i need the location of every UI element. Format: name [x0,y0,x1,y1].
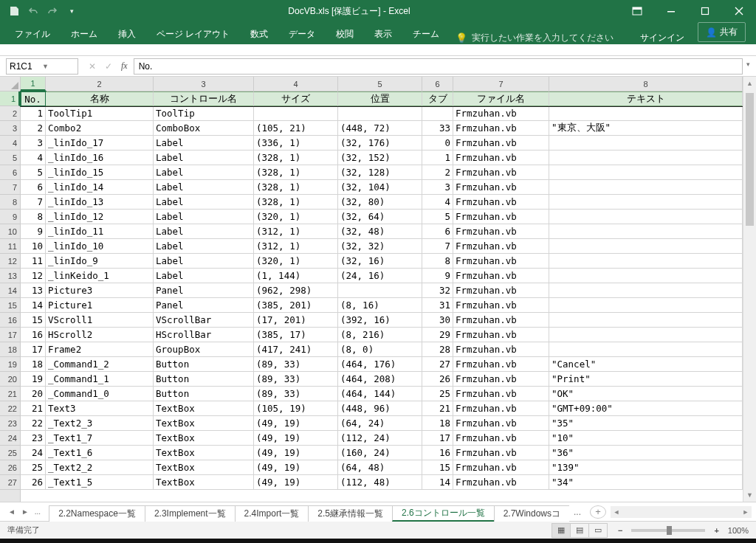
horizontal-scrollbar[interactable]: ◄ ► [611,506,752,518]
cell[interactable]: 22 [21,416,46,431]
cell[interactable]: Frmzuhan.vb [453,239,549,254]
cell[interactable]: (312, 1) [254,224,338,239]
cell[interactable]: Frmzuhan.vb [453,357,549,372]
cell[interactable]: (417, 241) [254,342,338,357]
cell[interactable] [549,136,743,151]
cell[interactable] [549,165,743,180]
cell[interactable]: (32, 128) [338,165,422,180]
cell[interactable]: (385, 201) [254,298,338,313]
row-header[interactable]: 10 [0,224,20,239]
cell[interactable] [338,283,422,298]
cell[interactable]: 26 [21,475,46,490]
cell[interactable]: 18 [422,416,453,431]
minimize-icon[interactable] [654,0,688,22]
cell[interactable]: 28 [422,342,453,357]
cell[interactable]: Frmzuhan.vb [453,416,549,431]
cell[interactable]: VScrollBar [154,313,254,328]
cell[interactable]: Picture1 [46,298,154,313]
cell[interactable]: Frmzuhan.vb [453,431,549,446]
cell[interactable]: Frmzuhan.vb [453,269,549,283]
cell[interactable]: _linIdo_12 [46,210,154,224]
tab-insert[interactable]: 挿入 [108,24,146,44]
cell[interactable]: Button [154,372,254,387]
cell[interactable]: (328, 1) [254,180,338,195]
cell[interactable]: 30 [422,313,453,328]
cell[interactable]: 29 [422,328,453,342]
new-sheet-button[interactable]: + [590,505,606,519]
cell[interactable]: (8, 16) [338,298,422,313]
cell[interactable]: 1 [422,151,453,165]
view-normal-icon[interactable]: ▦ [551,523,571,538]
cell[interactable]: (105, 21) [254,121,338,136]
insert-function-icon[interactable]: fx [121,60,128,72]
name-box[interactable]: R1C1 ▼ [6,58,78,75]
cell[interactable]: TextBox [154,460,254,475]
cell[interactable]: (49, 19) [254,431,338,446]
cell[interactable]: Frmzuhan.vb [453,210,549,224]
cell[interactable] [549,313,743,328]
tab-review[interactable]: 校閲 [326,24,364,44]
cell[interactable]: TextBox [154,416,254,431]
redo-icon[interactable] [46,4,59,18]
cell[interactable]: (32, 152) [338,151,422,165]
zoom-out-button[interactable]: − [615,526,625,535]
cell[interactable]: Label [154,224,254,239]
table-header-cell[interactable]: テキスト [549,91,743,106]
cell[interactable] [549,254,743,269]
cell[interactable]: 10 [21,239,46,254]
save-icon[interactable] [7,4,21,18]
cell[interactable]: Label [154,195,254,210]
cell[interactable]: 26 [422,372,453,387]
row-header[interactable]: 3 [0,121,20,136]
cell[interactable]: _linIdo_9 [46,254,154,269]
cell[interactable]: 17 [422,431,453,446]
table-header-cell[interactable]: 位置 [338,91,422,106]
cell[interactable]: (64, 48) [338,460,422,475]
cell[interactable]: (32, 16) [338,254,422,269]
cell[interactable]: 8 [21,210,46,224]
share-button[interactable]: 👤 共有 [698,22,746,42]
cell[interactable]: 15 [21,313,46,328]
sheet-nav-next-icon[interactable]: ► [19,506,31,517]
table-header-cell[interactable]: No. [21,91,46,106]
tab-team[interactable]: チーム [402,24,450,44]
cell[interactable]: (448, 96) [338,401,422,416]
row-header[interactable]: 4 [0,136,20,151]
cell[interactable]: 2 [422,165,453,180]
column-header[interactable]: 7 [453,77,549,91]
cell[interactable]: 12 [21,269,46,283]
cell[interactable]: Frmzuhan.vb [453,121,549,136]
cell[interactable]: 24 [21,446,46,460]
row-header[interactable]: 21 [0,387,20,401]
cell[interactable]: (17, 201) [254,313,338,328]
cell[interactable]: 13 [21,283,46,298]
cell[interactable]: Frmzuhan.vb [453,372,549,387]
cell[interactable] [549,195,743,210]
cell[interactable]: (448, 72) [338,121,422,136]
scroll-left-icon[interactable]: ◄ [611,506,622,518]
tab-data[interactable]: データ [278,24,326,44]
cells-area[interactable]: No.名称コントロール名サイズ位置タブファイル名テキスト1ToolTip1Too… [21,91,743,502]
cell[interactable] [549,224,743,239]
cell[interactable]: (105, 19) [254,401,338,416]
table-header-cell[interactable]: サイズ [254,91,338,106]
column-header[interactable]: 8 [549,77,743,91]
cell[interactable]: (962, 298) [254,283,338,298]
cell[interactable]: Frmzuhan.vb [453,298,549,313]
cell[interactable]: (49, 19) [254,416,338,431]
cell[interactable]: Frmzuhan.vb [453,165,549,180]
row-header[interactable]: 6 [0,165,20,180]
cell[interactable]: (32, 176) [338,136,422,151]
cell[interactable]: Label [154,165,254,180]
cell[interactable] [549,180,743,195]
cell[interactable]: Panel [154,283,254,298]
sheet-overflow-right[interactable]: ... [569,507,585,517]
cell[interactable]: ToolTip [154,106,254,121]
cell[interactable] [549,151,743,165]
cell[interactable]: VScroll1 [46,313,154,328]
tab-file[interactable]: ファイル [4,24,61,44]
cell[interactable] [549,342,743,357]
cell[interactable]: 14 [422,475,453,490]
column-header[interactable]: 3 [154,77,254,91]
cell[interactable]: (89, 33) [254,372,338,387]
